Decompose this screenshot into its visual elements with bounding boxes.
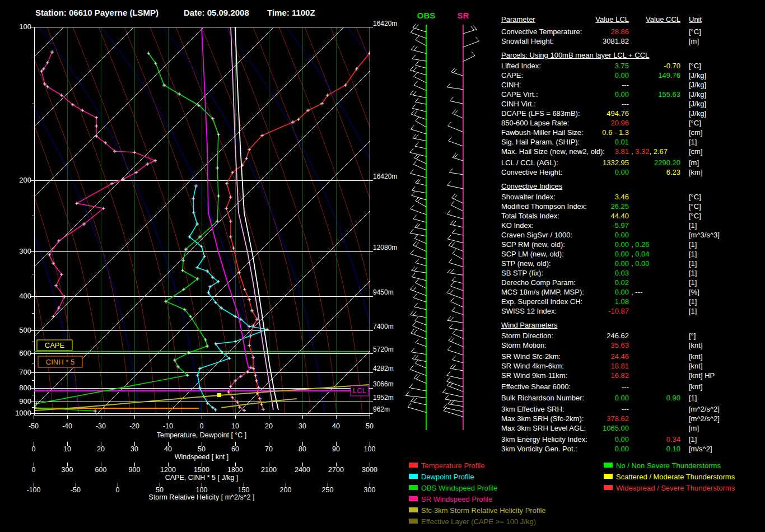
value-ccl: 0.10 [616, 445, 680, 453]
value-lcl: 0.01 [531, 138, 629, 146]
severity-legend: No / Non Severe ThunderstormsScattered /… [604, 461, 765, 497]
value-lcl: --- [531, 382, 629, 391]
unit-label: [knt] [689, 382, 703, 391]
legend-label: OBS Windspeed Profile [421, 484, 498, 492]
legend-swatch [604, 485, 613, 490]
value-lcl: 0.6 - 1.3 [531, 128, 629, 137]
value-lcl: 0.00 [531, 435, 629, 444]
value-lcl: 0.00 [531, 445, 629, 453]
table-row: LCL / CCL (AGL):1332.952290.20[m] [0, 158, 765, 168]
value-lcl: 20.96 [531, 119, 629, 127]
col-header-value-ccl: Value CCL [616, 15, 680, 24]
table-row: Effective Shear 6000:---[knt] [0, 382, 765, 392]
unit-label: [°C] [689, 212, 701, 220]
table-row: SR Wind 9km-11km:16.82[knt] HP [0, 371, 765, 381]
table-row: KO Index:-5.97[1] [0, 221, 765, 231]
value-lcl: 0.02 [531, 278, 629, 287]
value-ccl: 0.34 [616, 435, 680, 444]
value-lcl: 0.00 [531, 90, 629, 99]
unit-label: [1] [689, 240, 697, 249]
value-lcl: 0.00 [531, 168, 629, 176]
table-row: Total Totals Index:44.40[°C] [0, 212, 765, 221]
value-lcl: 0.00 [531, 231, 629, 239]
table-row: CAPE:0.00149.76[J/kg] [0, 71, 765, 81]
table-row: Craven SigSvr / 1000:0.00[m^3/s^3] [0, 231, 765, 240]
value-lcl: 3.75 [531, 62, 629, 70]
unit-label: [J/kg] [689, 109, 706, 118]
unit-label: [°C] [689, 27, 701, 36]
unit-label: [m^2/s^2] [689, 414, 720, 423]
table-row: SR Wind Sfc-2km:24.46[knt] [0, 352, 765, 362]
value-lcl: 3.46 [531, 193, 629, 201]
value-lcl: -5.97 [531, 221, 629, 230]
unit-label: [J/kg] [689, 71, 706, 80]
table-row: Parcels: Using 100mB mean layer LCL + CC… [0, 51, 765, 60]
unit-label: [J/kg] [689, 81, 706, 89]
table-row: Convective Temperature:28.86[°C] [0, 27, 765, 37]
value-lcl: -10.87 [531, 307, 629, 315]
table-row: Fawbush-Miller Hail Size:0.6 - 1.3[cm] [0, 128, 765, 138]
unit-label: [m^3/s^3] [689, 231, 720, 239]
value-lcl: 1332.95 [531, 158, 629, 167]
table-row: 3km Vorticity Gen. Pot.:0.000.10[m/s^2] [0, 445, 765, 454]
unit-label: [°] [689, 332, 696, 340]
value-lcl: 0.00 [531, 240, 629, 249]
table-row: CINH:---[J/kg] [0, 81, 765, 90]
section-header: Wind Parameters [501, 321, 557, 329]
value-lcl-extra: , 0.04 [631, 250, 650, 258]
parameter-label: KO Index: [501, 221, 534, 230]
table-row: Bulk Richardson Number:0.000.90[1] [0, 394, 765, 403]
table-row: SB STP (fix):0.03[1] [0, 269, 765, 278]
value-lcl: 0.00 [531, 250, 629, 258]
table-row: SCP LM (new, old):0.00, 0.04[1] [0, 250, 765, 259]
value-lcl: 44.40 [531, 212, 629, 220]
table-row: Convective Indices [0, 182, 765, 192]
legend-swatch [409, 485, 418, 490]
unit-label: [knt] [689, 341, 703, 349]
unit-label: [%] [689, 288, 699, 296]
unit-label: [m] [689, 37, 699, 45]
unit-label: [knt] HP [689, 371, 715, 380]
value-ccl: 149.76 [616, 71, 680, 80]
value-lcl: 3.81 [531, 147, 629, 156]
table-row: Snowfall Height:3081.82[m] [0, 37, 765, 46]
unit-label: [km] [689, 168, 703, 176]
value-lcl: 0.00 [531, 259, 629, 268]
table-row: Max 3km SRH (Sfc-2km):378.62[m^2/s^2] [0, 414, 765, 424]
legend-label: Temperature Profile [421, 461, 484, 470]
unit-label: [1] [689, 307, 697, 315]
value-lcl: 1065.00 [531, 424, 629, 432]
table-row: Max. Hail Size (new, new2, old):3.81, 3.… [0, 147, 765, 157]
value-lcl: 246.62 [531, 332, 629, 340]
value-lcl-extra: , 3.32, 2.67 [631, 147, 668, 156]
table-row: Lifted Index:3.75-0.70[°C] [0, 62, 765, 71]
legend-swatch [604, 474, 613, 479]
value-lcl: 1.08 [531, 297, 629, 306]
table-row: Modified Thompson Index:26.25[°C] [0, 202, 765, 212]
table-row: CINH Virt.:---[J/kg] [0, 100, 765, 109]
table-row: DCAPE (LFS = 683mB):494.76[J/kg] [0, 109, 765, 119]
unit-label: [1] [689, 221, 697, 230]
value-ccl: -0.70 [616, 62, 680, 70]
table-row: Convective Height:0.006.23[km] [0, 168, 765, 178]
unit-label: [1] [689, 259, 697, 268]
legend-swatch [409, 463, 418, 468]
parameters-panel: ParameterValue LCLValue CCLUnitConvectiv… [0, 0, 765, 532]
value-lcl: 28.86 [531, 27, 629, 36]
value-lcl: 0.00 [531, 71, 629, 80]
unit-label: [1] [689, 394, 697, 402]
value-lcl: --- [531, 405, 629, 413]
table-row: SCP RM (new, old):0.00, 0.26[1] [0, 240, 765, 250]
unit-label: [°C] [689, 62, 701, 70]
col-header-value-lcl: Value LCL [531, 15, 629, 24]
unit-label: [1] [689, 250, 697, 258]
value-lcl: --- [531, 100, 629, 108]
unit-label: [J/kg] [689, 90, 706, 99]
legend-label: No / Non Severe Thunderstorms [616, 461, 721, 470]
unit-label: [knt] [689, 362, 703, 370]
value-lcl: 0.00 [531, 394, 629, 402]
legend-label: Scattered / Moderate Thunderstorms [616, 473, 735, 481]
table-row: STP (new, old):0.00, 0.00[1] [0, 259, 765, 269]
table-row: Wind Parameters [0, 321, 765, 330]
parameter-label: CINH: [501, 81, 521, 89]
